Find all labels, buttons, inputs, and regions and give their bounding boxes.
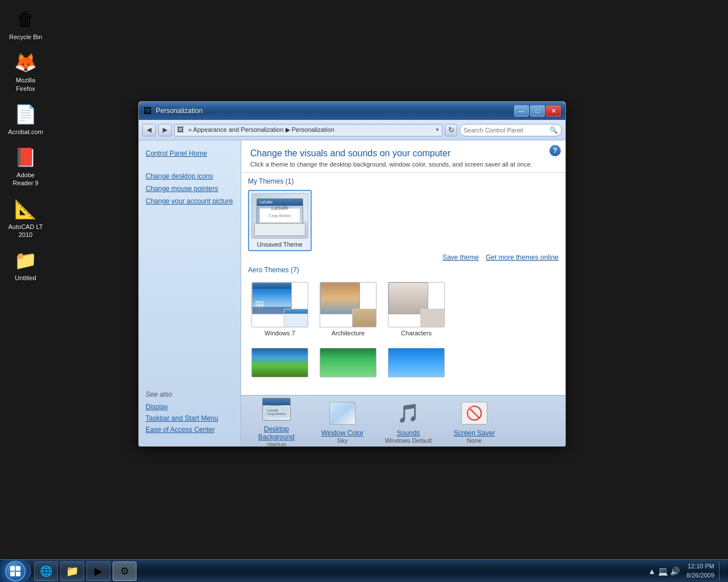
ss-icon-image: 🚫 — [461, 402, 487, 425]
window-icon: 🖼 — [143, 106, 152, 115]
ease-of-access-link[interactable]: Ease of Access Center — [146, 426, 234, 434]
show-desktop-button[interactable] — [719, 562, 723, 581]
window-color-label[interactable]: Window Color — [321, 429, 364, 437]
taskbar-controlpanel-button[interactable]: ⚙ — [113, 562, 136, 581]
nature-theme-item[interactable] — [248, 344, 312, 381]
see-also-title: See also — [146, 390, 234, 398]
windows7-theme-item[interactable]: Windows 7 — [248, 278, 312, 340]
screen-saver-item[interactable]: 🚫 Screen Saver None — [446, 398, 503, 444]
recycle-bin-image: 🗑 — [14, 8, 37, 31]
desktop-icons: 🗑 Recycle Bin 🦊 Mozilla Firefox 📄 Acroba… — [6, 6, 46, 285]
system-clock[interactable]: 12:10 PM 8/26/2009 — [684, 562, 717, 580]
untitled-icon[interactable]: 📁 Untitled — [6, 247, 46, 284]
themes-area[interactable]: My Themes (1) LaSalle Ceap Breton Unsave… — [241, 173, 565, 395]
main-description: Click a theme to change the desktop back… — [250, 161, 556, 168]
address-bar[interactable]: 🖼 « Appearance and Personalization ▶ Per… — [174, 124, 442, 136]
characters-theme-preview — [388, 282, 445, 327]
window-color-item[interactable]: Window Color Sky — [314, 398, 371, 444]
adobe-reader-image: 📕 — [14, 146, 37, 169]
screen-saver-icon: 🚫 — [460, 398, 489, 428]
acrobat-label: Acrobat.com — [8, 128, 43, 136]
unsaved-theme-item[interactable]: LaSalle Ceap Breton Unsaved Theme — [248, 190, 312, 251]
autocad-image: 📐 — [14, 198, 37, 221]
autocad-icon[interactable]: 📐 AutoCAD LT 2010 — [6, 196, 46, 242]
minimize-button[interactable]: — — [514, 105, 529, 117]
help-button[interactable]: ? — [549, 145, 561, 156]
architecture-theme-preview — [320, 282, 377, 327]
svg-rect-3 — [16, 572, 20, 576]
main-title: Change the visuals and sounds on your co… — [250, 148, 556, 159]
tray-network-icon[interactable]: 💻 — [658, 567, 668, 576]
maximize-button[interactable]: □ — [530, 105, 545, 117]
navbar: ◀ ▶ 🖼 « Appearance and Personalization ▶… — [139, 120, 565, 140]
tray-icons: ▲ 💻 🔊 — [646, 567, 682, 576]
sounds-label[interactable]: Sounds — [397, 429, 420, 437]
titlebar-buttons: — □ ✕ — [514, 105, 561, 117]
change-mouse-pointers-link[interactable]: Change mouse pointers — [146, 185, 234, 193]
get-more-themes-link[interactable]: Get more themes online — [486, 253, 559, 261]
start-button[interactable] — [0, 560, 31, 583]
windows-logo-icon — [10, 566, 21, 577]
screen-saver-sublabel: None — [467, 437, 482, 444]
tray-expand-icon[interactable]: ▲ — [648, 567, 656, 576]
sidebar: Control Panel Home Change desktop icons … — [139, 140, 241, 446]
taskbar-explorer-button[interactable]: 📁 — [60, 562, 84, 581]
firefox-icon[interactable]: 🦊 Mozilla Firefox — [6, 49, 46, 95]
window-body: Control Panel Home Change desktop icons … — [139, 140, 565, 446]
acrobat-icon[interactable]: 📄 Acrobat.com — [6, 101, 46, 138]
my-themes-header: My Themes (1) — [248, 177, 559, 185]
refresh-button[interactable]: ↻ — [445, 124, 457, 136]
recycle-bin-icon[interactable]: 🗑 Recycle Bin — [6, 6, 46, 43]
titlebar: 🖼 Personalization — □ ✕ — [139, 102, 565, 120]
desktop-background-item[interactable]: LaSalleCeap Breton Desktop Background st… — [248, 394, 305, 447]
forward-button[interactable]: ▶ — [158, 124, 172, 136]
adobe-reader-icon[interactable]: 📕 Adobe Reader 9 — [6, 144, 46, 190]
control-panel-home-link[interactable]: Control Panel Home — [146, 149, 234, 157]
aero-themes-extra-grid — [248, 344, 559, 381]
sounds-icon: 🎵 — [394, 398, 423, 428]
architecture-theme-item[interactable]: Architecture — [316, 278, 380, 340]
desktop-background-icon: LaSalleCeap Breton — [262, 394, 291, 424]
characters-theme-name: Characters — [401, 330, 432, 336]
taskbar-start-menu-link[interactable]: Taskbar and Start Menu — [146, 414, 234, 422]
wc-icon-image — [329, 402, 355, 425]
firefox-label: Mozilla Firefox — [8, 76, 43, 93]
sky-theme-preview — [388, 348, 445, 377]
taskbar-media-button[interactable]: ▶ — [86, 562, 110, 581]
search-icon[interactable]: 🔍 — [549, 126, 558, 134]
aero-themes-grid: Windows 7 Architecture — [248, 278, 559, 340]
change-desktop-icons-link[interactable]: Change desktop icons — [146, 172, 234, 180]
characters-theme-item[interactable]: Characters — [384, 278, 448, 340]
screen-saver-label[interactable]: Screen Saver — [454, 429, 495, 437]
firefox-image: 🦊 — [14, 51, 37, 74]
svg-rect-1 — [16, 566, 20, 571]
my-themes-actions: Save theme Get more themes online — [248, 253, 559, 261]
taskbar-ie-button[interactable]: 🌐 — [34, 562, 58, 581]
back-button[interactable]: ◀ — [142, 124, 156, 136]
architecture-theme-name: Architecture — [332, 330, 365, 336]
address-text: « Appearance and Personalization ▶ Perso… — [188, 126, 434, 134]
sounds-item[interactable]: 🎵 Sounds Windows Default — [380, 398, 437, 444]
desktop: 🗑 Recycle Bin 🦊 Mozilla Firefox 📄 Acroba… — [0, 0, 728, 582]
start-orb — [5, 561, 26, 581]
address-dropdown-icon[interactable]: ▼ — [435, 127, 440, 132]
window-title: Personalization — [156, 107, 514, 115]
desktop-background-label[interactable]: Desktop Background — [248, 425, 305, 441]
aero-themes-header: Aero Themes (7) — [248, 266, 559, 274]
adobe-reader-label: Adobe Reader 9 — [8, 171, 43, 188]
sounds-icon-image: 🎵 — [397, 402, 420, 424]
save-theme-link[interactable]: Save theme — [442, 253, 479, 261]
tray-volume-icon[interactable]: 🔊 — [670, 567, 680, 576]
window-color-icon — [328, 398, 357, 428]
address-icon: 🖼 — [177, 126, 186, 135]
change-account-picture-link[interactable]: Change your account picture — [146, 197, 234, 205]
scenes-theme-item[interactable] — [316, 344, 380, 381]
display-link[interactable]: Display — [146, 403, 234, 411]
search-input[interactable] — [464, 127, 549, 134]
close-button[interactable]: ✕ — [546, 105, 561, 117]
taskbar-items: 🌐 📁 ▶ ⚙ — [31, 560, 641, 582]
search-box: 🔍 — [460, 124, 562, 136]
unsaved-theme-preview: LaSalle Ceap Breton — [251, 193, 308, 239]
bottom-panel: LaSalleCeap Breton Desktop Background st… — [241, 395, 565, 446]
sky-theme-item[interactable] — [384, 344, 448, 381]
